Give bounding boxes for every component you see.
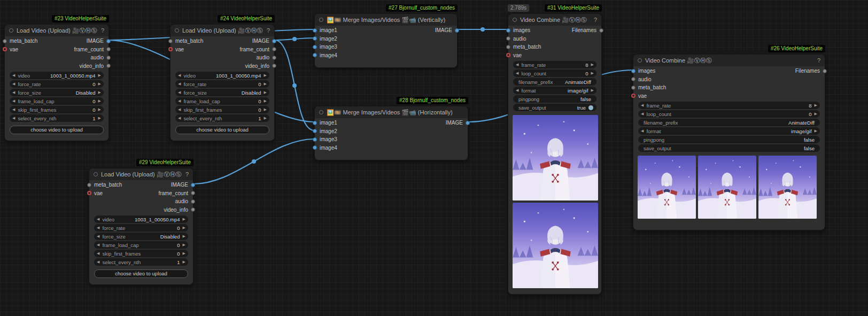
comfyui-canvas[interactable]: #23 VideoHelperSuite #24 VideoHelperSuit… [0,0,868,316]
widget-frame_rate[interactable]: ◀frame_rate8▶ [513,61,596,68]
decrement-arrow-icon[interactable]: ◀ [97,226,99,230]
node-load-video-24[interactable]: Load Video (Upload) 🎥ⓋⒽⓈ ? meta_batchIMA… [170,24,275,141]
node-video-combine-26[interactable]: Video Combine 🎥ⓋⒽⓈ ? imagesFilenamesaudi… [633,54,825,230]
choose-video-button[interactable]: choose video to upload [94,269,188,278]
increment-arrow-icon[interactable]: ▶ [98,116,101,120]
increment-arrow-icon[interactable]: ▶ [264,107,267,112]
increment-arrow-icon[interactable]: ▶ [98,90,101,95]
decrement-arrow-icon[interactable]: ◀ [178,82,181,86]
input-slot-meta_batch[interactable] [168,39,173,43]
widget-video[interactable]: ◀video1003_1_00050.mp4▶ [175,72,269,79]
widget-skip_first_frames[interactable]: ◀skip_first_frames0▶ [175,106,269,113]
output-slot-audio[interactable] [191,199,195,204]
widget-frame_rate[interactable]: ◀frame_rate8▶ [638,102,820,109]
decrement-arrow-icon[interactable]: ◀ [516,71,518,75]
input-slot-vae[interactable] [631,94,636,98]
collapse-dot-icon[interactable] [175,28,179,33]
increment-arrow-icon[interactable]: ▶ [98,99,101,103]
collapse-dot-icon[interactable] [513,18,517,22]
increment-arrow-icon[interactable]: ▶ [98,73,101,78]
increment-arrow-icon[interactable]: ▶ [264,116,267,120]
widget-format[interactable]: ◀formatimage/gif▶ [513,87,596,94]
collapse-dot-icon[interactable] [319,18,323,22]
input-slot-image2[interactable] [313,129,317,133]
widget-select_every_nth[interactable]: ◀select_every_nth1▶ [10,114,104,122]
decrement-arrow-icon[interactable]: ◀ [12,99,15,103]
widget-skip_first_frames[interactable]: ◀skip_first_frames0▶ [10,106,104,113]
input-slot-meta_batch[interactable] [506,45,510,49]
output-slot-video_info[interactable] [272,64,276,68]
node-video-combine-31[interactable]: Video Combine 🎥ⓋⒽⓈ ? imagesFilenamesaudi… [508,13,602,295]
decrement-arrow-icon[interactable]: ◀ [12,116,15,120]
increment-arrow-icon[interactable]: ▶ [264,90,267,95]
widget-save_output[interactable]: save_outputtrue [513,104,596,111]
output-slot-frame_count[interactable] [272,47,276,51]
output-slot-frame_count[interactable] [191,191,195,195]
node-load-video-29[interactable]: Load Video (Upload) 🎥ⓋⒽⓈ ? meta_batchIMA… [89,168,193,285]
widget-loop_count[interactable]: ◀loop_count0▶ [638,110,820,118]
node-title-bar[interactable]: 🖼️🎞️ Merge Images/Videos 🎬📹 (Horizontall… [315,106,468,118]
input-slot-image1[interactable] [313,28,317,33]
output-slot-Filenames[interactable] [823,69,827,73]
input-slot-image3[interactable] [313,137,317,142]
node-title-bar[interactable]: Load Video (Upload) 🎥ⓋⒽⓈ ? [5,25,108,36]
increment-arrow-icon[interactable]: ▶ [264,82,267,86]
decrement-arrow-icon[interactable]: ◀ [178,107,181,112]
input-slot-image2[interactable] [313,36,317,41]
increment-arrow-icon[interactable]: ▶ [264,99,267,103]
widget-filename_prefix[interactable]: filename_prefixAnimateDiff [638,119,820,126]
decrement-arrow-icon[interactable]: ◀ [178,73,181,78]
widget-force_size[interactable]: ◀force_sizeDisabled▶ [94,233,188,240]
decrement-arrow-icon[interactable]: ◀ [12,90,15,95]
node-title-bar[interactable]: Video Combine 🎥ⓋⒽⓈ ? [633,55,825,66]
output-slot-video_info[interactable] [191,207,195,212]
input-slot-audio[interactable] [506,36,510,41]
decrement-arrow-icon[interactable]: ◀ [641,129,644,133]
widget-filename_prefix[interactable]: filename_prefixAnimateDiff [513,78,596,86]
widget-frame_load_cap[interactable]: ◀frame_load_cap0▶ [94,241,188,249]
node-merge-horizontally-28[interactable]: 🖼️🎞️ Merge Images/Videos 🎬📹 (Horizontall… [314,106,468,160]
input-slot-meta_batch[interactable] [3,39,7,43]
node-title-bar[interactable]: Video Combine 🎥ⓋⒽⓈ ? [508,14,601,26]
input-slot-image4[interactable] [313,145,317,150]
input-slot-vae[interactable] [168,47,173,51]
widget-force_size[interactable]: ◀force_sizeDisabled▶ [10,89,104,96]
widget-save_output[interactable]: save_outputfalse [638,144,820,152]
widget-pingpong[interactable]: pingpongfalse [638,136,820,143]
decrement-arrow-icon[interactable]: ◀ [97,251,99,256]
input-slot-vae[interactable] [3,47,7,51]
decrement-arrow-icon[interactable]: ◀ [516,63,518,67]
decrement-arrow-icon[interactable]: ◀ [12,73,15,78]
help-icon[interactable]: ? [98,27,104,34]
video-preview-frame[interactable] [698,156,756,219]
output-slot-IMAGE[interactable] [191,183,195,187]
node-title-bar[interactable]: Load Video (Upload) 🎥ⓋⒽⓈ ? [89,168,193,180]
decrement-arrow-icon[interactable]: ◀ [641,103,644,107]
decrement-arrow-icon[interactable]: ◀ [516,88,518,93]
output-slot-audio[interactable] [272,56,276,60]
output-slot-IMAGE[interactable] [455,28,459,33]
increment-arrow-icon[interactable]: ▶ [183,243,185,247]
collapse-dot-icon[interactable] [638,58,642,63]
decrement-arrow-icon[interactable]: ◀ [12,107,15,112]
output-slot-IMAGE[interactable] [466,121,470,125]
video-preview-frame[interactable] [513,115,598,201]
decrement-arrow-icon[interactable]: ◀ [178,90,181,95]
increment-arrow-icon[interactable]: ▶ [264,73,267,78]
help-icon[interactable]: ? [814,57,820,64]
widget-video[interactable]: ◀video1003_1_00050.mp4▶ [10,72,104,79]
increment-arrow-icon[interactable]: ▶ [591,88,594,93]
increment-arrow-icon[interactable]: ▶ [183,251,185,256]
help-icon[interactable]: ? [591,17,597,23]
choose-video-button[interactable]: choose video to upload [175,126,269,134]
widget-format[interactable]: ◀formatimage/gif▶ [638,127,820,135]
node-merge-vertically-27[interactable]: 🖼️🎞️ Merge Images/Videos 🎬📹 (Vertically)… [314,13,458,68]
increment-arrow-icon[interactable]: ▶ [815,103,817,107]
widget-video[interactable]: ◀video1003_1_00050.mp4▶ [94,215,188,223]
output-slot-video_info[interactable] [106,64,111,68]
node-title-bar[interactable]: 🖼️🎞️ Merge Images/Videos 🎬📹 (Vertically) [315,14,457,26]
widget-force_rate[interactable]: ◀force_rate0▶ [94,224,188,232]
decrement-arrow-icon[interactable]: ◀ [178,116,181,120]
widget-frame_load_cap[interactable]: ◀frame_load_cap0▶ [10,97,104,105]
widget-loop_count[interactable]: ◀loop_count0▶ [513,70,596,77]
